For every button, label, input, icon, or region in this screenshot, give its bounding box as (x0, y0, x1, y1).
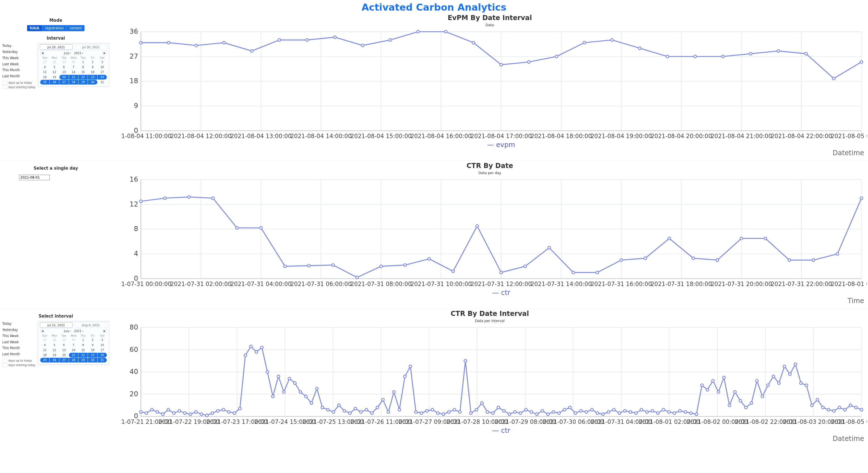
next-month-icon[interactable]: ▶ (103, 51, 106, 55)
chart1-svg[interactable]: 091827362021-08-04 11:00:002021-08-04 12… (121, 28, 867, 157)
calendar-day[interactable]: 12 (50, 70, 59, 74)
preset-this-week[interactable]: This Week (2, 55, 35, 61)
preset-last-month[interactable]: Last Month (2, 73, 35, 80)
calendar-day[interactable]: 5 (50, 343, 59, 347)
calendar-day[interactable]: 18 (40, 75, 50, 80)
calendar-day[interactable]: 27 (40, 60, 50, 64)
calendar-day[interactable]: 1 (79, 60, 88, 64)
calendar-day[interactable]: 26 (50, 80, 59, 85)
calendar-day[interactable]: 23 (88, 353, 97, 357)
calendar-day[interactable]: 2 (88, 338, 97, 342)
preset-today[interactable]: Today (2, 43, 35, 49)
preset-last-month[interactable]: Last Month (2, 351, 35, 357)
calendar-day[interactable]: 10 (98, 65, 107, 69)
calendar-day[interactable]: 21 (69, 75, 78, 80)
month-select[interactable]: July ▾ 2021 ▾ (64, 329, 83, 333)
preset-last-week[interactable]: Last Week (2, 61, 35, 67)
calendar-day[interactable]: 29 (79, 80, 88, 85)
calendar-day[interactable]: 29 (79, 358, 88, 362)
calendar-day[interactable]: 1 (79, 338, 88, 342)
calendar-day[interactable]: 28 (69, 358, 78, 362)
calendar-day[interactable]: 9 (88, 65, 97, 69)
chart2-svg[interactable]: 04812162021-07-31 00:00:002021-07-31 02:… (121, 176, 867, 305)
calendar-day[interactable]: 22 (79, 75, 88, 80)
chart3-svg[interactable]: 0204060802021-07-21 21:00:002021-07-22 1… (121, 323, 867, 442)
calendar-day[interactable]: 7 (69, 343, 78, 347)
calendar-day[interactable]: 28 (50, 338, 59, 342)
prev-month-icon[interactable]: ◀ (40, 329, 44, 333)
date-from-field[interactable]: Jul 21, 2021 (40, 322, 72, 328)
calendar-day[interactable]: 28 (69, 80, 78, 85)
single-day-input[interactable] (19, 175, 50, 180)
calendar-day[interactable]: 21 (69, 353, 78, 357)
calendar-day[interactable]: 30 (69, 338, 78, 342)
calendar-day[interactable]: 20 (59, 75, 69, 80)
calendar-day[interactable]: 24 (98, 353, 107, 357)
preset-yesterday[interactable]: Yesterday (2, 327, 35, 333)
calendar-day[interactable]: 19 (50, 75, 59, 80)
preset-this-month[interactable]: This Month (2, 345, 35, 351)
calendar-day[interactable]: 23 (88, 75, 97, 80)
days-starting-input[interactable] (2, 85, 7, 89)
calendar-day[interactable]: 9 (88, 343, 97, 347)
calendar-day[interactable]: 6 (59, 343, 69, 347)
preset-yesterday[interactable]: Yesterday (2, 49, 35, 55)
calendar-day[interactable]: 11 (40, 348, 50, 352)
calendar-day[interactable]: 19 (50, 353, 59, 357)
mode-content-button[interactable]: content (66, 25, 85, 31)
calendar-day[interactable]: 29 (59, 60, 69, 64)
date-to-field[interactable]: Aug 6, 2021 (75, 322, 107, 328)
calendar-day[interactable]: 30 (69, 60, 78, 64)
calendar-day[interactable]: 28 (50, 60, 59, 64)
date-to-field[interactable]: Jul 30, 2021 (75, 44, 107, 50)
calendar-day[interactable]: 26 (50, 358, 59, 362)
calendar-day[interactable]: 25 (40, 358, 50, 362)
prev-month-icon[interactable]: ◀ (40, 51, 44, 55)
calendar-day[interactable]: 31 (98, 358, 107, 362)
calendar-day[interactable]: 4 (40, 343, 50, 347)
calendar-day[interactable]: 22 (79, 353, 88, 357)
mode-fclick-button[interactable]: fclick (27, 25, 42, 31)
next-month-icon[interactable]: ▶ (103, 329, 106, 333)
calendar-day[interactable]: 27 (59, 80, 69, 85)
days-starting-input[interactable] (2, 363, 7, 367)
calendar-day[interactable]: 13 (59, 348, 69, 352)
calendar-day[interactable]: 31 (98, 80, 107, 85)
calendar-day[interactable]: 27 (59, 358, 69, 362)
calendar-day[interactable]: 17 (98, 348, 107, 352)
calendar-day[interactable]: 13 (59, 70, 69, 74)
calendar-day[interactable]: 10 (98, 343, 107, 347)
mode-registration-button[interactable]: registration (42, 25, 66, 31)
calendar-day[interactable]: 5 (50, 65, 59, 69)
calendar-day[interactable]: 16 (88, 70, 97, 74)
calendar-day[interactable]: 3 (98, 338, 107, 342)
calendar-day[interactable]: 17 (98, 70, 107, 74)
calendar-day[interactable]: 16 (88, 348, 97, 352)
preset-this-month[interactable]: This Month (2, 67, 35, 73)
calendar-day[interactable]: 25 (40, 80, 50, 85)
calendar-day[interactable]: 6 (59, 65, 69, 69)
preset-last-week[interactable]: Last Week (2, 339, 35, 345)
date-from-field[interactable]: Jul 20, 2021 (40, 44, 72, 50)
preset-this-week[interactable]: This Week (2, 333, 35, 339)
calendar-day[interactable]: 15 (79, 70, 88, 74)
month-select[interactable]: July ▾ 2021 ▾ (64, 51, 83, 55)
calendar-day[interactable]: 8 (79, 343, 88, 347)
preset-today[interactable]: Today (2, 321, 35, 327)
days-up-input[interactable] (2, 81, 7, 85)
calendar-day[interactable]: 20 (59, 353, 69, 357)
calendar-day[interactable]: 11 (40, 70, 50, 74)
calendar-day[interactable]: 15 (79, 348, 88, 352)
calendar-day[interactable]: 24 (98, 75, 107, 80)
days-up-input[interactable] (2, 358, 7, 362)
calendar-day[interactable]: 29 (59, 338, 69, 342)
calendar-day[interactable]: 14 (69, 70, 78, 74)
calendar-day[interactable]: 30 (88, 80, 97, 85)
calendar-day[interactable]: 2 (88, 60, 97, 64)
calendar-day[interactable]: 27 (40, 338, 50, 342)
calendar-day[interactable]: 7 (69, 65, 78, 69)
calendar-day[interactable]: 14 (69, 348, 78, 352)
calendar-day[interactable]: 4 (40, 65, 50, 69)
calendar-day[interactable]: 18 (40, 353, 50, 357)
calendar-day[interactable]: 8 (79, 65, 88, 69)
